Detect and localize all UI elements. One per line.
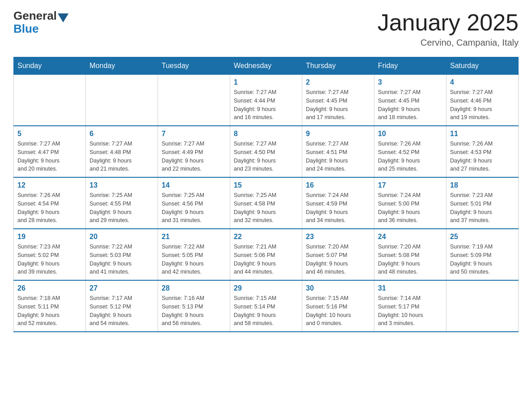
day-info: Sunrise: 7:14 AM Sunset: 5:17 PM Dayligh… [378,294,442,328]
calendar-subtitle: Cervino, Campania, Italy [378,38,519,48]
day-info: Sunrise: 7:23 AM Sunset: 5:01 PM Dayligh… [450,191,515,225]
calendar-cell: 20Sunrise: 7:22 AM Sunset: 5:03 PM Dayli… [86,229,158,280]
day-info: Sunrise: 7:26 AM Sunset: 4:52 PM Dayligh… [378,140,442,173]
day-info: Sunrise: 7:17 AM Sunset: 5:12 PM Dayligh… [90,294,154,328]
logo-general-text: General [13,9,57,23]
day-number: 20 [90,233,154,241]
day-info: Sunrise: 7:27 AM Sunset: 4:45 PM Dayligh… [306,88,370,122]
day-number: 26 [17,284,82,292]
title-section: January 2025 Cervino, Campania, Italy [378,9,519,48]
day-number: 21 [162,233,226,241]
day-info: Sunrise: 7:27 AM Sunset: 4:45 PM Dayligh… [378,88,442,122]
day-info: Sunrise: 7:15 AM Sunset: 5:14 PM Dayligh… [234,294,298,328]
day-number: 5 [17,130,82,138]
calendar-cell: 6Sunrise: 7:27 AM Sunset: 4:48 PM Daylig… [86,126,158,177]
day-number: 2 [306,78,370,86]
weekday-header-saturday: Saturday [446,57,519,75]
calendar-cell: 17Sunrise: 7:24 AM Sunset: 5:00 PM Dayli… [374,177,446,229]
logo: General Blue [13,9,69,34]
day-info: Sunrise: 7:27 AM Sunset: 4:51 PM Dayligh… [306,140,370,173]
day-number: 30 [306,284,370,292]
day-info: Sunrise: 7:24 AM Sunset: 5:00 PM Dayligh… [378,191,442,225]
logo-blue-text: Blue [13,23,39,34]
calendar-cell: 15Sunrise: 7:25 AM Sunset: 4:58 PM Dayli… [230,177,302,229]
calendar-cell [158,75,230,126]
calendar-cell: 8Sunrise: 7:27 AM Sunset: 4:50 PM Daylig… [230,126,302,177]
day-number: 17 [378,181,442,189]
day-number: 4 [450,78,515,86]
day-info: Sunrise: 7:18 AM Sunset: 5:11 PM Dayligh… [17,294,82,328]
day-info: Sunrise: 7:25 AM Sunset: 4:58 PM Dayligh… [234,191,298,225]
day-number: 12 [17,181,82,189]
calendar-cell: 31Sunrise: 7:14 AM Sunset: 5:17 PM Dayli… [374,280,446,332]
day-number: 15 [234,181,298,189]
calendar-cell [86,75,158,126]
calendar-cell: 23Sunrise: 7:20 AM Sunset: 5:07 PM Dayli… [302,229,374,280]
day-info: Sunrise: 7:27 AM Sunset: 4:47 PM Dayligh… [17,140,82,173]
day-info: Sunrise: 7:16 AM Sunset: 5:13 PM Dayligh… [162,294,226,328]
calendar-cell: 10Sunrise: 7:26 AM Sunset: 4:52 PM Dayli… [374,126,446,177]
weekday-header-friday: Friday [374,57,446,75]
day-info: Sunrise: 7:25 AM Sunset: 4:56 PM Dayligh… [162,191,226,225]
day-info: Sunrise: 7:19 AM Sunset: 5:09 PM Dayligh… [450,243,515,276]
day-number: 28 [162,284,226,292]
calendar-cell: 2Sunrise: 7:27 AM Sunset: 4:45 PM Daylig… [302,75,374,126]
day-number: 23 [306,233,370,241]
calendar-title: January 2025 [378,9,519,36]
day-info: Sunrise: 7:22 AM Sunset: 5:05 PM Dayligh… [162,243,226,276]
calendar-cell: 26Sunrise: 7:18 AM Sunset: 5:11 PM Dayli… [14,280,86,332]
calendar-cell: 14Sunrise: 7:25 AM Sunset: 4:56 PM Dayli… [158,177,230,229]
calendar-cell: 11Sunrise: 7:26 AM Sunset: 4:53 PM Dayli… [446,126,519,177]
calendar-cell: 18Sunrise: 7:23 AM Sunset: 5:01 PM Dayli… [446,177,519,229]
day-number: 29 [234,284,298,292]
calendar-cell: 5Sunrise: 7:27 AM Sunset: 4:47 PM Daylig… [14,126,86,177]
day-number: 31 [378,284,442,292]
calendar-cell: 24Sunrise: 7:20 AM Sunset: 5:08 PM Dayli… [374,229,446,280]
calendar-cell: 25Sunrise: 7:19 AM Sunset: 5:09 PM Dayli… [446,229,519,280]
day-info: Sunrise: 7:21 AM Sunset: 5:06 PM Dayligh… [234,243,298,276]
day-number: 27 [90,284,154,292]
day-number: 9 [306,130,370,138]
day-number: 10 [378,130,442,138]
weekday-header-sunday: Sunday [14,57,86,75]
calendar-cell [14,75,86,126]
calendar-cell [446,280,519,332]
calendar-cell: 12Sunrise: 7:26 AM Sunset: 4:54 PM Dayli… [14,177,86,229]
weekday-header-tuesday: Tuesday [158,57,230,75]
day-info: Sunrise: 7:26 AM Sunset: 4:54 PM Dayligh… [17,191,82,225]
calendar-cell: 19Sunrise: 7:23 AM Sunset: 5:02 PM Dayli… [14,229,86,280]
day-number: 24 [378,233,442,241]
day-number: 8 [234,130,298,138]
logo-triangle-icon [58,13,69,22]
calendar-cell: 27Sunrise: 7:17 AM Sunset: 5:12 PM Dayli… [86,280,158,332]
day-number: 22 [234,233,298,241]
calendar-cell: 1Sunrise: 7:27 AM Sunset: 4:44 PM Daylig… [230,75,302,126]
day-number: 13 [90,181,154,189]
day-info: Sunrise: 7:27 AM Sunset: 4:50 PM Dayligh… [234,140,298,173]
calendar-cell: 28Sunrise: 7:16 AM Sunset: 5:13 PM Dayli… [158,280,230,332]
calendar-cell: 9Sunrise: 7:27 AM Sunset: 4:51 PM Daylig… [302,126,374,177]
day-info: Sunrise: 7:25 AM Sunset: 4:55 PM Dayligh… [90,191,154,225]
weekday-header-wednesday: Wednesday [230,57,302,75]
day-number: 11 [450,130,515,138]
day-info: Sunrise: 7:27 AM Sunset: 4:46 PM Dayligh… [450,88,515,122]
weekday-header-monday: Monday [86,57,158,75]
page-header: General Blue January 2025 Cervino, Campa… [13,9,519,48]
calendar-table: SundayMondayTuesdayWednesdayThursdayFrid… [13,57,519,332]
day-info: Sunrise: 7:15 AM Sunset: 5:16 PM Dayligh… [306,294,370,328]
day-info: Sunrise: 7:20 AM Sunset: 5:07 PM Dayligh… [306,243,370,276]
calendar-cell: 3Sunrise: 7:27 AM Sunset: 4:45 PM Daylig… [374,75,446,126]
calendar-cell: 7Sunrise: 7:27 AM Sunset: 4:49 PM Daylig… [158,126,230,177]
day-number: 14 [162,181,226,189]
day-info: Sunrise: 7:27 AM Sunset: 4:44 PM Dayligh… [234,88,298,122]
day-info: Sunrise: 7:26 AM Sunset: 4:53 PM Dayligh… [450,140,515,173]
calendar-cell: 30Sunrise: 7:15 AM Sunset: 5:16 PM Dayli… [302,280,374,332]
calendar-cell: 16Sunrise: 7:24 AM Sunset: 4:59 PM Dayli… [302,177,374,229]
day-number: 6 [90,130,154,138]
day-number: 18 [450,181,515,189]
day-number: 19 [17,233,82,241]
day-info: Sunrise: 7:27 AM Sunset: 4:48 PM Dayligh… [90,140,154,173]
calendar-cell: 4Sunrise: 7:27 AM Sunset: 4:46 PM Daylig… [446,75,519,126]
calendar-cell: 13Sunrise: 7:25 AM Sunset: 4:55 PM Dayli… [86,177,158,229]
day-number: 7 [162,130,226,138]
